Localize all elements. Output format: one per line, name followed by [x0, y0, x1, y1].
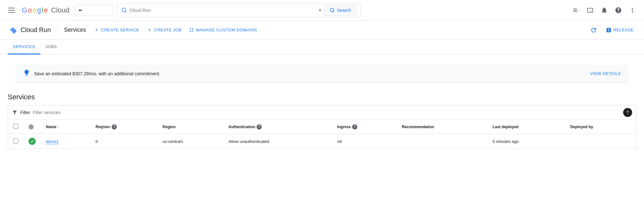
- th-ingress: Ingress ?: [332, 120, 397, 134]
- release-label: RELEASE: [614, 28, 634, 32]
- td-region-demo1: us-central1: [157, 134, 223, 149]
- td-auth-demo1: Allow unauthenticated: [223, 134, 332, 149]
- hamburger-menu-button[interactable]: [5, 4, 18, 17]
- auth-help-icon[interactable]: ?: [257, 124, 262, 129]
- top-nav-bar: Google Cloud × Search: [0, 0, 644, 21]
- svg-line-1: [125, 11, 126, 12]
- tab-services[interactable]: SERVICES: [8, 40, 40, 54]
- terminal-icon: [587, 7, 594, 14]
- service-link-demo1[interactable]: demo1: [46, 139, 59, 144]
- td-reqsec-demo1: 0: [90, 134, 157, 149]
- sort-icon: ↑: [57, 125, 59, 129]
- th-name-label: Name: [46, 125, 56, 129]
- filter-label: Filter: [20, 110, 30, 115]
- search-button[interactable]: Search: [324, 5, 356, 16]
- th-auth-label: Authentication: [228, 125, 255, 129]
- create-service-label: CREATE SERVICE: [101, 28, 139, 32]
- filter-input[interactable]: [33, 110, 621, 115]
- project-selector[interactable]: [75, 4, 113, 16]
- th-last-deployed: Last deployed: [487, 120, 565, 134]
- reqsec-help-icon[interactable]: ?: [112, 124, 117, 129]
- auth-value-demo1: Allow unauthenticated: [228, 139, 269, 144]
- services-section-title: Services: [8, 88, 636, 105]
- th-region-label: Region: [163, 125, 176, 129]
- svg-line-3: [333, 11, 334, 12]
- terminal-button[interactable]: [584, 4, 597, 17]
- tab-jobs[interactable]: JOBS: [40, 40, 62, 54]
- create-job-button[interactable]: ＋ CREATE JOB: [144, 25, 184, 35]
- filter-help-button[interactable]: ?: [623, 108, 632, 117]
- th-region: Region: [157, 120, 223, 134]
- td-recommendation-demo1: [397, 134, 487, 149]
- svg-point-0: [122, 8, 126, 12]
- status-header-dot: [29, 124, 34, 129]
- filter-icon: [12, 110, 18, 115]
- reqsec-value-demo1: 0: [96, 139, 98, 144]
- release-icon: [606, 27, 612, 33]
- hamburger-icon: [8, 8, 15, 13]
- savings-text: Save an estimated $307.28/mo. with an ad…: [34, 71, 586, 76]
- filter-bar: Filter ?: [8, 105, 636, 120]
- bell-icon: [601, 7, 608, 14]
- th-deployed-by-label: Deployed by: [570, 125, 593, 129]
- create-service-button[interactable]: ＋ CREATE SERVICE: [91, 25, 142, 35]
- savings-banner-container: Save an estimated $307.28/mo. with an ad…: [0, 54, 644, 83]
- cloud-run-icon: [8, 25, 18, 35]
- main-content: Services Filter ? Name: [0, 88, 644, 149]
- manage-domains-icon: ☷: [189, 27, 194, 33]
- td-ingress-demo1: All: [332, 134, 397, 149]
- th-authentication: Authentication ?: [223, 120, 332, 134]
- td-checkbox-demo1[interactable]: [8, 134, 24, 149]
- section-title: Services: [64, 27, 86, 33]
- search-button-icon: [330, 8, 335, 13]
- manage-custom-domains-label: MANAGE CUSTOM DOMAINS: [196, 28, 257, 32]
- region-value-demo1: us-central1: [163, 139, 183, 144]
- create-job-label: CREATE JOB: [154, 28, 182, 32]
- refresh-button[interactable]: [588, 24, 599, 36]
- th-select-all[interactable]: [8, 120, 24, 134]
- edit-note-button[interactable]: [570, 4, 582, 17]
- project-search-input[interactable]: [79, 8, 109, 13]
- create-job-icon: ＋: [147, 27, 152, 33]
- ingress-value-demo1: All: [337, 139, 342, 144]
- view-details-button[interactable]: VIEW DETAILS: [590, 71, 621, 76]
- help-button[interactable]: [612, 4, 625, 17]
- table-header-row: Name ↑ Req/sec ? Region: [8, 120, 636, 134]
- select-all-checkbox[interactable]: [13, 124, 18, 129]
- nav-icons-group: [570, 4, 639, 17]
- th-deployed-by: Deployed by: [565, 120, 636, 134]
- edit-note-icon: [572, 7, 580, 14]
- table-row: ✓ demo1 0 us-central1 Allow unauthentica…: [8, 134, 636, 149]
- ingress-help-icon[interactable]: ?: [352, 124, 357, 129]
- manage-custom-domains-button[interactable]: ☷ MANAGE CUSTOM DOMAINS: [187, 25, 259, 35]
- search-clear-button[interactable]: ×: [318, 7, 322, 13]
- search-button-label: Search: [337, 8, 351, 13]
- release-button[interactable]: RELEASE: [603, 25, 636, 35]
- more-vert-icon: [629, 7, 636, 14]
- more-options-button[interactable]: [626, 4, 639, 17]
- td-name-demo1[interactable]: demo1: [41, 134, 90, 149]
- th-name[interactable]: Name ↑: [41, 120, 90, 134]
- services-table-container: Name ↑ Req/sec ? Region: [8, 120, 636, 149]
- nav-divider: [57, 25, 58, 35]
- cloud-run-logo: Cloud Run: [8, 25, 51, 35]
- global-search-bar[interactable]: × Search: [117, 3, 361, 17]
- google-cloud-logo: Google Cloud: [22, 6, 70, 14]
- sub-nav-bar: Cloud Run Services ＋ CREATE SERVICE ＋ CR…: [0, 21, 644, 40]
- sub-nav-right: RELEASE: [588, 24, 636, 36]
- th-ingress-label: Ingress: [337, 125, 351, 129]
- row-checkbox-demo1[interactable]: [13, 138, 18, 144]
- create-service-icon: ＋: [94, 27, 99, 33]
- global-search-input[interactable]: [130, 8, 316, 13]
- td-deployed-by-demo1: [565, 134, 636, 149]
- notifications-button[interactable]: [598, 4, 611, 17]
- refresh-icon: [590, 27, 597, 34]
- td-status-demo1: ✓: [23, 134, 41, 149]
- th-last-deployed-label: Last deployed: [493, 125, 519, 129]
- th-reqsec-label: Req/sec: [96, 125, 110, 129]
- tabs-bar: SERVICES JOBS: [0, 40, 644, 54]
- sub-nav-actions: ＋ CREATE SERVICE ＋ CREATE JOB ☷ MANAGE C…: [91, 25, 260, 35]
- search-icon: [121, 7, 127, 13]
- th-recommendation: Recommendation: [397, 120, 487, 134]
- td-last-deployed-demo1: 5 minutes ago: [487, 134, 565, 149]
